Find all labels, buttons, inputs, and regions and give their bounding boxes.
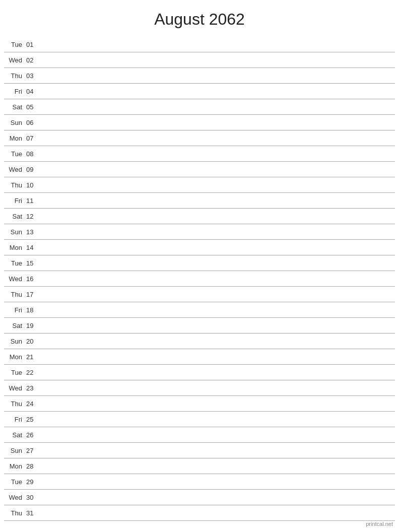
day-row: Thu24 <box>4 396 395 412</box>
day-number: 04 <box>24 88 38 95</box>
day-number: 15 <box>24 259 38 267</box>
day-row: Sat19 <box>4 318 395 334</box>
day-name: Thu <box>4 400 24 408</box>
day-line <box>38 122 395 123</box>
day-name: Sun <box>4 228 24 236</box>
day-name: Thu <box>4 509 24 517</box>
day-number: 05 <box>24 103 38 111</box>
day-line <box>38 279 395 279</box>
day-name: Sun <box>4 338 24 345</box>
day-row: Sat05 <box>4 99 395 115</box>
day-row: Sun13 <box>4 224 395 240</box>
day-name: Tue <box>4 150 24 158</box>
day-row: Wed30 <box>4 490 395 505</box>
day-line <box>38 232 395 232</box>
day-name: Wed <box>4 56 24 64</box>
day-line <box>38 44 395 45</box>
day-line <box>38 450 395 451</box>
day-number: 16 <box>24 275 38 283</box>
day-line <box>38 185 395 185</box>
day-row: Thu10 <box>4 177 395 193</box>
day-number: 13 <box>24 228 38 236</box>
day-line <box>38 482 395 482</box>
day-name: Mon <box>4 135 24 142</box>
day-line <box>38 404 395 404</box>
day-line <box>38 310 395 310</box>
day-number: 01 <box>24 41 38 48</box>
day-line <box>38 294 395 295</box>
day-row: Tue01 <box>4 37 395 52</box>
day-row: Thu03 <box>4 68 395 84</box>
day-number: 03 <box>24 72 38 80</box>
day-line <box>38 357 395 357</box>
day-line <box>38 513 395 513</box>
day-line <box>38 76 395 76</box>
day-row: Thu31 <box>4 505 395 521</box>
day-line <box>38 138 395 139</box>
day-row: Fri25 <box>4 412 395 427</box>
day-number: 07 <box>24 135 38 142</box>
day-number: 31 <box>24 509 38 517</box>
footer-watermark: printcal.net <box>366 521 393 527</box>
day-line <box>38 247 395 248</box>
day-name: Wed <box>4 166 24 173</box>
day-line <box>38 419 395 420</box>
page-title: August 2062 <box>0 0 399 37</box>
day-row: Wed09 <box>4 162 395 177</box>
day-line <box>38 372 395 373</box>
day-name: Mon <box>4 244 24 251</box>
day-row: Fri18 <box>4 302 395 318</box>
day-number: 18 <box>24 306 38 314</box>
day-number: 28 <box>24 462 38 470</box>
day-name: Wed <box>4 494 24 501</box>
day-name: Mon <box>4 462 24 470</box>
day-row: Mon21 <box>4 349 395 365</box>
day-row: Wed23 <box>4 380 395 396</box>
day-number: 24 <box>24 400 38 408</box>
day-name: Tue <box>4 41 24 48</box>
day-row: Wed16 <box>4 271 395 287</box>
day-line <box>38 107 395 107</box>
day-row: Sun27 <box>4 443 395 458</box>
day-row: Fri04 <box>4 84 395 99</box>
day-name: Sun <box>4 119 24 126</box>
day-number: 06 <box>24 119 38 126</box>
day-row: Sun20 <box>4 334 395 349</box>
day-row: Sun06 <box>4 115 395 130</box>
day-row: Sat12 <box>4 209 395 224</box>
day-line <box>38 169 395 170</box>
day-line <box>38 263 395 263</box>
day-name: Thu <box>4 291 24 298</box>
day-number: 30 <box>24 494 38 501</box>
day-line <box>38 91 395 92</box>
day-row: Sat26 <box>4 427 395 443</box>
day-number: 20 <box>24 338 38 345</box>
day-row: Tue15 <box>4 255 395 271</box>
day-row: Mon14 <box>4 240 395 255</box>
day-number: 21 <box>24 353 38 361</box>
day-name: Fri <box>4 306 24 314</box>
day-name: Sat <box>4 431 24 439</box>
day-name: Thu <box>4 181 24 189</box>
day-line <box>38 497 395 498</box>
day-name: Tue <box>4 259 24 267</box>
day-line <box>38 435 395 435</box>
day-name: Wed <box>4 384 24 392</box>
day-row: Tue08 <box>4 146 395 162</box>
day-number: 26 <box>24 431 38 439</box>
day-number: 19 <box>24 322 38 329</box>
day-line <box>38 216 395 217</box>
day-number: 25 <box>24 416 38 423</box>
day-line <box>38 388 395 388</box>
day-number: 29 <box>24 478 38 486</box>
day-row: Tue29 <box>4 474 395 490</box>
day-name: Sat <box>4 322 24 329</box>
day-row: Fri11 <box>4 193 395 209</box>
day-number: 22 <box>24 369 38 376</box>
day-number: 23 <box>24 384 38 392</box>
day-name: Wed <box>4 275 24 283</box>
day-number: 08 <box>24 150 38 158</box>
day-line <box>38 466 395 467</box>
day-number: 09 <box>24 166 38 173</box>
day-number: 12 <box>24 213 38 220</box>
